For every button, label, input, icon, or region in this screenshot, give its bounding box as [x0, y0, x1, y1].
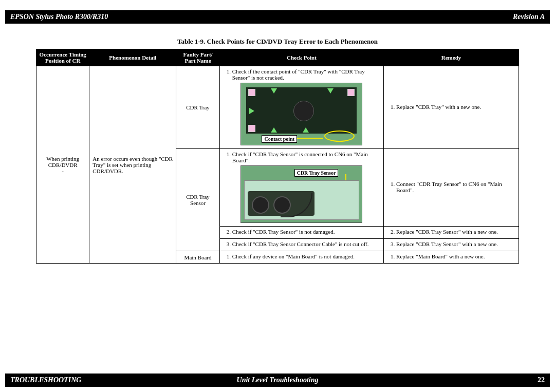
remedy-item: Replace "Main Board" with a new one.	[396, 253, 515, 259]
check-item: Check if any device on "Main Board" is n…	[232, 253, 380, 259]
cell-remedy-cdrtray: Replace "CDR Tray" with a new one.	[384, 66, 519, 149]
footer-page-number: 22	[366, 376, 545, 384]
page-header: EPSON Stylus Photo R300/R310 Revision A	[5, 10, 550, 24]
figure-cdr-tray: Contact point	[240, 83, 362, 145]
remedy-item: Connect "CDR Tray Sensor" to CN6 on "Mai…	[396, 181, 515, 193]
page-content: Table 1-9. Check Points for CD/DVD Tray …	[36, 28, 519, 264]
cell-remedy-mainboard: Replace "Main Board" with a new one.	[384, 251, 519, 264]
arrow-right-icon	[249, 108, 254, 114]
col-faulty-part: Faulty Part/ Part Name	[176, 49, 220, 66]
remedy-item: Replace "CDR Tray" with a new one.	[396, 104, 515, 110]
check-item: Check if "CDR Tray Sensor Connector Cabl…	[232, 241, 380, 247]
marker-square	[248, 125, 255, 132]
arrow-up-icon	[303, 127, 309, 133]
cell-part-cdrtray: CDR Tray	[176, 66, 220, 149]
header-revision: Revision A	[278, 13, 545, 21]
col-check-point: Check Point	[219, 49, 383, 66]
col-remedy: Remedy	[384, 49, 519, 66]
marker-square	[347, 89, 355, 96]
cell-check-sensor-2: Check if "CDR Tray Sensor" is not damage…	[219, 227, 383, 239]
troubleshoot-table: Occurrence Timing Position of CR Phenome…	[36, 49, 519, 264]
label-cdr-tray-sensor: CDR Tray Sensor	[294, 169, 339, 177]
arrow-up-icon	[271, 127, 277, 133]
remedy-item: Replace "CDR Tray Sensor" with a new one…	[396, 229, 515, 235]
disc-outline	[293, 101, 314, 121]
cell-check-cdrtray: Check if the contact point of "CDR Tray"…	[219, 66, 383, 149]
footer-subsection: Unit Level Troubleshooting	[189, 376, 367, 384]
cell-part-mainboard: Main Board	[176, 251, 220, 264]
remedy-item: Replace "CDR Tray Sensor" with a new one…	[396, 241, 515, 247]
cell-part-sensor: CDR Tray Sensor	[176, 149, 220, 251]
arrow-down-icon	[271, 88, 277, 94]
check-item: Check if "CDR Tray Sensor" is not damage…	[232, 229, 380, 235]
label-contact-point: Contact point	[262, 135, 297, 143]
highlight-ellipse	[324, 130, 355, 142]
mechanism-panel	[244, 180, 359, 220]
leader-line	[294, 138, 323, 139]
cell-remedy-sensor-2: Replace "CDR Tray Sensor" with a new one…	[384, 227, 519, 239]
arrow-down-icon	[327, 88, 334, 94]
col-phenomenon: Phenomenon Detail	[89, 49, 176, 66]
cell-check-mainboard: Check if any device on "Main Board" is n…	[219, 251, 383, 264]
cell-occurrence: When printing CDR/DVDR -	[36, 66, 89, 264]
col-occurrence: Occurrence Timing Position of CR	[36, 49, 89, 66]
header-title: EPSON Stylus Photo R300/R310	[10, 13, 278, 21]
cell-phenomenon: An error occurs even though "CDR Tray" i…	[89, 66, 176, 264]
cell-remedy-sensor-3: Replace "CDR Tray Sensor" with a new one…	[384, 239, 519, 251]
cell-check-sensor-3: Check if "CDR Tray Sensor Connector Cabl…	[219, 239, 383, 251]
check-item: Check if the contact point of "CDR Tray"…	[232, 68, 380, 81]
check-item: Check if "CDR Tray Sensor" is connected …	[232, 151, 380, 163]
page-footer: TROUBLESHOOTING Unit Level Troubleshooti…	[5, 374, 550, 387]
tray-plate	[246, 87, 357, 134]
table-head: Occurrence Timing Position of CR Phenome…	[36, 49, 519, 66]
marker-square	[248, 89, 255, 96]
figure-tray-sensor: CDR Tray Sensor	[240, 165, 362, 223]
table-caption: Table 1-9. Check Points for CD/DVD Tray …	[36, 38, 519, 46]
footer-section: TROUBLESHOOTING	[10, 376, 189, 384]
cell-remedy-sensor-1: Connect "CDR Tray Sensor" to CN6 on "Mai…	[384, 149, 519, 227]
cell-check-sensor-1: Check if "CDR Tray Sensor" is connected …	[219, 149, 383, 227]
table-row: When printing CDR/DVDR - An error occurs…	[36, 66, 519, 149]
